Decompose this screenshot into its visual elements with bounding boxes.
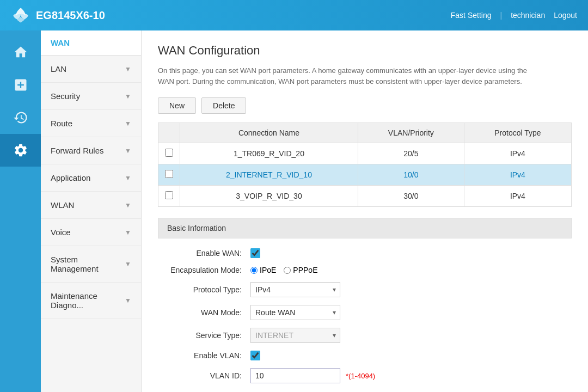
table-row: 2_INTERNET_R_VID_10 10/0 IPv4 bbox=[158, 164, 572, 186]
protocol-type-select[interactable]: IPv4 IPv6 bbox=[250, 282, 340, 297]
protocol-type-label: Protocol Type: bbox=[163, 285, 250, 294]
app-logo: EG8145X6-10 bbox=[11, 5, 451, 25]
chevron-icon: ▼ bbox=[125, 174, 131, 182]
vlan-cell: 10/0 bbox=[358, 164, 464, 186]
vlan-id-hint: *(1-4094) bbox=[346, 372, 375, 380]
chevron-icon: ▼ bbox=[125, 65, 131, 73]
service-type-row: Service Type: INTERNET TR069 VOIP bbox=[158, 328, 572, 343]
chevron-icon: ▼ bbox=[125, 260, 131, 268]
content-area: WAN Configuration On this page, you can … bbox=[142, 30, 588, 392]
wan-mode-label: WAN Mode: bbox=[163, 308, 250, 317]
vlan-id-label: VLAN ID: bbox=[163, 371, 250, 380]
nav-sidebar: WAN LAN ▼ Security ▼ Route ▼ Forward Rul… bbox=[41, 30, 142, 392]
table-row: 3_VOIP_R_VID_30 30/0 IPv4 bbox=[158, 186, 572, 207]
sidebar-item-forward-rules[interactable]: Forward Rules ▼ bbox=[41, 137, 141, 164]
vlan-id-row: VLAN ID: *(1-4094) bbox=[158, 368, 572, 383]
delete-button[interactable]: Delete bbox=[201, 97, 246, 114]
protocol-cell: IPv4 bbox=[464, 143, 571, 164]
chevron-icon: ▼ bbox=[125, 229, 131, 236]
history-icon bbox=[13, 110, 28, 125]
vlan-cell: 30/0 bbox=[358, 186, 464, 207]
new-button[interactable]: New bbox=[158, 97, 196, 114]
enable-wan-checkbox[interactable] bbox=[250, 248, 260, 258]
row-checkbox[interactable] bbox=[165, 149, 173, 157]
table-col-connection-name: Connection Name bbox=[180, 123, 358, 143]
row-checkbox[interactable] bbox=[165, 191, 173, 199]
page-title: WAN Configuration bbox=[158, 44, 572, 58]
sidebar-icon-history[interactable] bbox=[0, 101, 41, 134]
sidebar-item-application[interactable]: Application ▼ bbox=[41, 164, 141, 192]
wan-table: Connection Name VLAN/Priority Protocol T… bbox=[158, 122, 572, 207]
huawei-logo-icon bbox=[11, 5, 30, 25]
wan-mode-row: WAN Mode: Route WAN Bridge WAN bbox=[158, 305, 572, 320]
sidebar-item-voice[interactable]: Voice ▼ bbox=[41, 219, 141, 246]
ipoe-radio[interactable] bbox=[250, 267, 258, 274]
service-type-label: Service Type: bbox=[163, 331, 250, 340]
table-row: 1_TR069_R_VID_20 20/5 IPv4 bbox=[158, 143, 572, 164]
protocol-type-row: Protocol Type: IPv4 IPv6 bbox=[158, 282, 572, 297]
fast-setting-link[interactable]: Fast Setting bbox=[451, 11, 492, 20]
chevron-icon: ▼ bbox=[125, 201, 131, 209]
sidebar-item-route[interactable]: Route ▼ bbox=[41, 110, 141, 137]
connection-name-cell: 3_VOIP_R_VID_30 bbox=[180, 186, 358, 207]
enable-wan-label: Enable WAN: bbox=[163, 249, 250, 258]
connection-name-cell[interactable]: 2_INTERNET_R_VID_10 bbox=[180, 164, 358, 186]
pppoe-radio-label[interactable]: PPPoE bbox=[284, 266, 317, 274]
sidebar-item-maintenance[interactable]: Maintenance Diagno... ▼ bbox=[41, 283, 141, 319]
header: EG8145X6-10 Fast Setting | technician Lo… bbox=[0, 0, 588, 30]
sidebar-icon-home[interactable] bbox=[0, 36, 41, 69]
sidebar-icon-add[interactable] bbox=[0, 69, 41, 101]
add-icon bbox=[13, 77, 28, 93]
table-col-protocol: Protocol Type bbox=[464, 123, 571, 143]
row-checkbox-cell bbox=[158, 186, 180, 207]
technician-link[interactable]: technician bbox=[511, 11, 545, 20]
wan-mode-select[interactable]: Route WAN Bridge WAN bbox=[250, 305, 340, 320]
sidebar-icon-settings[interactable] bbox=[0, 134, 41, 167]
row-checkbox-cell bbox=[158, 164, 180, 186]
chevron-icon: ▼ bbox=[125, 297, 131, 304]
sidebar-item-system-management[interactable]: System Management ▼ bbox=[41, 246, 141, 283]
sidebar-item-wlan[interactable]: WLAN ▼ bbox=[41, 192, 141, 219]
page-description: On this page, you can set WAN port param… bbox=[158, 65, 539, 87]
table-col-checkbox bbox=[158, 123, 180, 143]
icon-sidebar bbox=[0, 30, 41, 392]
toolbar: New Delete bbox=[158, 97, 572, 114]
enable-vlan-row: Enable VLAN: bbox=[158, 351, 572, 360]
main-layout: WAN LAN ▼ Security ▼ Route ▼ Forward Rul… bbox=[0, 30, 588, 392]
sidebar-item-lan[interactable]: LAN ▼ bbox=[41, 56, 141, 83]
vlan-cell: 20/5 bbox=[358, 143, 464, 164]
chevron-icon: ▼ bbox=[125, 93, 131, 100]
protocol-cell: IPv4 bbox=[464, 186, 571, 207]
header-nav: Fast Setting | technician Logout bbox=[451, 11, 577, 20]
chevron-icon: ▼ bbox=[125, 147, 131, 155]
ipoe-radio-label[interactable]: IPoE bbox=[250, 266, 276, 274]
sidebar-item-security[interactable]: Security ▼ bbox=[41, 83, 141, 110]
table-col-vlan: VLAN/Priority bbox=[358, 123, 464, 143]
settings-icon bbox=[13, 143, 28, 158]
encapsulation-label: Encapsulation Mode: bbox=[163, 266, 250, 274]
row-checkbox[interactable] bbox=[165, 170, 173, 178]
chevron-icon: ▼ bbox=[125, 120, 131, 127]
enable-vlan-checkbox[interactable] bbox=[250, 351, 260, 360]
row-checkbox-cell bbox=[158, 143, 180, 164]
connection-name-cell: 1_TR069_R_VID_20 bbox=[180, 143, 358, 164]
enable-wan-row: Enable WAN: bbox=[158, 248, 572, 258]
encapsulation-mode-row: Encapsulation Mode: IPoE PPPoE bbox=[158, 266, 572, 274]
pppoe-radio[interactable] bbox=[284, 267, 291, 274]
vlan-id-input[interactable] bbox=[250, 368, 340, 383]
protocol-cell: IPv4 bbox=[464, 164, 571, 186]
service-type-select[interactable]: INTERNET TR069 VOIP bbox=[250, 328, 340, 343]
home-icon bbox=[13, 45, 28, 60]
basic-info-section: Basic Information Enable WAN: Encapsulat… bbox=[158, 218, 572, 383]
nav-top-wan[interactable]: WAN bbox=[41, 30, 141, 56]
section-header: Basic Information bbox=[158, 218, 572, 238]
logout-link[interactable]: Logout bbox=[554, 11, 577, 20]
enable-vlan-label: Enable VLAN: bbox=[163, 351, 250, 360]
